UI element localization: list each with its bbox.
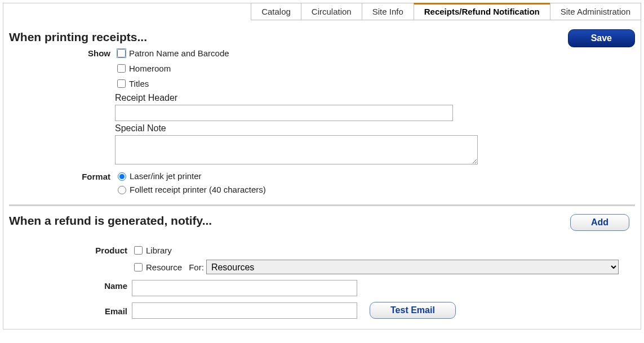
email-label: Email [9, 305, 132, 316]
save-button[interactable]: Save [568, 29, 635, 47]
titles-label: Titles [129, 79, 149, 88]
follett-printer-label: Follett receipt printer (40 characters) [130, 185, 266, 194]
patron-name-barcode-label: Patron Name and Barcode [129, 48, 229, 58]
refund-notify-heading: When a refund is generated, notify... [9, 214, 635, 228]
library-checkbox[interactable] [134, 246, 143, 255]
product-label: Product [9, 244, 132, 255]
receipt-header-input[interactable] [115, 105, 453, 121]
add-button[interactable]: Add [570, 214, 629, 231]
laser-printer-radio[interactable] [118, 172, 126, 181]
section-divider [9, 204, 635, 206]
printing-receipts-heading: When printing receipts... [9, 30, 635, 44]
email-input[interactable] [132, 302, 357, 319]
tab-site-info[interactable]: Site Info [362, 3, 414, 20]
homeroom-checkbox[interactable] [117, 64, 126, 73]
name-input[interactable] [132, 280, 357, 296]
special-note-label: Special Note [115, 123, 635, 133]
homeroom-label: Homeroom [129, 64, 171, 73]
tab-circulation[interactable]: Circulation [301, 3, 362, 20]
patron-name-barcode-checkbox[interactable] [117, 49, 126, 57]
follett-printer-radio[interactable] [118, 186, 126, 194]
name-label: Name [9, 280, 132, 291]
tab-site-administration[interactable]: Site Administration [550, 3, 641, 20]
tab-receipts-refund[interactable]: Receipts/Refund Notification [414, 3, 550, 20]
tab-catalog[interactable]: Catalog [251, 3, 301, 20]
resource-for-select[interactable]: Resources [206, 260, 619, 274]
show-label: Show [9, 47, 115, 58]
library-label: Library [146, 246, 172, 255]
tab-bar: Catalog Circulation Site Info Receipts/R… [251, 3, 641, 20]
format-label: Format [9, 171, 115, 181]
test-email-button[interactable]: Test Email [370, 302, 456, 319]
titles-checkbox[interactable] [117, 79, 126, 88]
laser-printer-label: Laser/ink jet printer [130, 171, 202, 181]
special-note-textarea[interactable] [115, 135, 478, 164]
for-label: For: [189, 262, 204, 272]
receipt-header-label: Receipt Header [115, 93, 635, 103]
resource-checkbox[interactable] [134, 263, 143, 271]
resource-label: Resource [146, 262, 182, 272]
